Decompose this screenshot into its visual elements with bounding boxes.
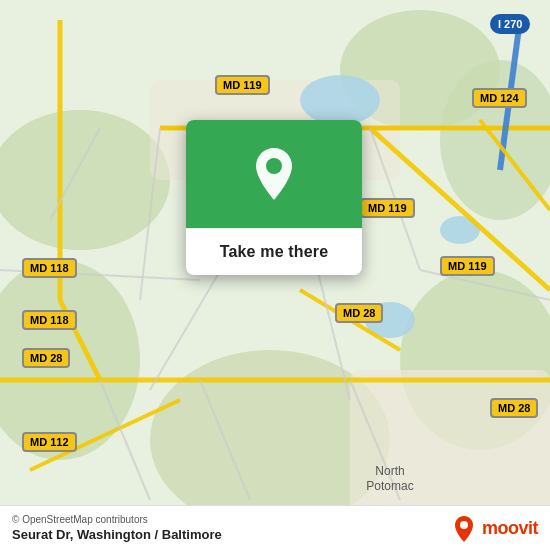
road-badge-md118-top: MD 118 xyxy=(22,258,77,278)
popup-card: Take me there xyxy=(186,120,362,275)
road-badge-md28-bottom: MD 28 xyxy=(335,303,383,323)
svg-point-34 xyxy=(266,158,282,174)
road-badge-md118-mid: MD 118 xyxy=(22,310,77,330)
popup-bottom: Take me there xyxy=(186,228,362,275)
location-pin-icon xyxy=(250,150,298,198)
moovit-text: moovit xyxy=(482,518,538,539)
moovit-pin-icon xyxy=(450,514,478,542)
north-potomac-label: North xyxy=(375,464,404,478)
road-badge-md28-right: MD 28 xyxy=(490,398,538,418)
svg-text:Potomac: Potomac xyxy=(366,479,413,493)
location-name: Seurat Dr, Washington / Baltimore xyxy=(12,527,222,542)
svg-point-9 xyxy=(300,75,380,125)
road-badge-md119-right: MD 119 xyxy=(440,256,495,276)
map-container: North Potomac MD 118 MD 118 MD 112 MD 11… xyxy=(0,0,550,550)
road-badge-i270: I 270 xyxy=(490,14,530,34)
take-me-there-button[interactable]: Take me there xyxy=(210,239,339,265)
popup-top xyxy=(186,120,362,228)
road-badge-md119-top: MD 119 xyxy=(215,75,270,95)
moovit-logo: moovit xyxy=(450,514,538,542)
road-badge-md124: MD 124 xyxy=(472,88,527,108)
road-badge-md112: MD 112 xyxy=(22,432,77,452)
bottom-bar: © OpenStreetMap contributors Seurat Dr, … xyxy=(0,505,550,550)
bottom-left: © OpenStreetMap contributors Seurat Dr, … xyxy=(12,514,222,542)
road-badge-md28-left: MD 28 xyxy=(22,348,70,368)
copyright-text: © OpenStreetMap contributors xyxy=(12,514,222,525)
svg-point-35 xyxy=(460,521,468,529)
road-badge-md119-mid: MD 119 xyxy=(360,198,415,218)
